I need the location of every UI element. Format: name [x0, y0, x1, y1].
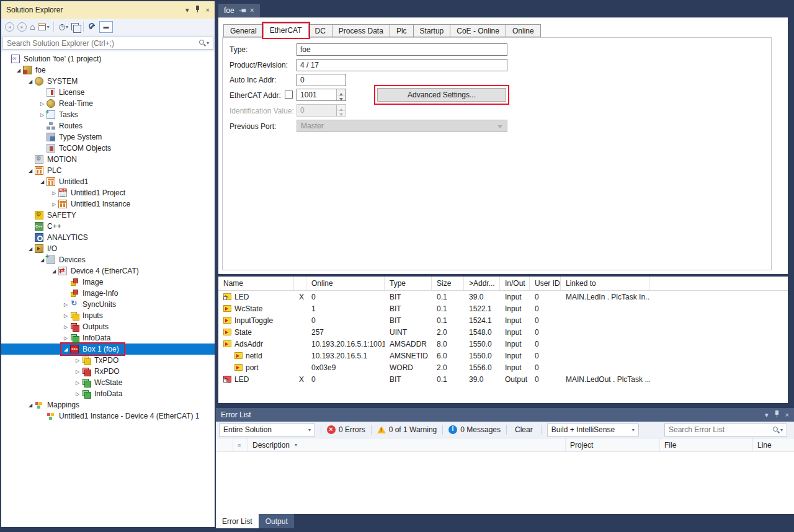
window-position-icon[interactable]: ▾: [185, 6, 189, 14]
tree-item-infodata[interactable]: ▷InfoData: [1, 332, 215, 344]
filter-icon-cell[interactable]: ≡: [233, 438, 248, 451]
expanded-arrow-icon[interactable]: ◢: [26, 402, 35, 408]
home-button[interactable]: ⌂: [30, 22, 35, 31]
expanded-arrow-icon[interactable]: ◢: [61, 347, 70, 352]
error-search-box[interactable]: ▾: [664, 423, 787, 437]
expanded-arrow-icon[interactable]: ◢: [26, 168, 35, 174]
pin-icon[interactable]: [774, 410, 780, 419]
expanded-arrow-icon[interactable]: ◢: [26, 246, 35, 252]
grid-column-header-Type[interactable]: Type: [385, 277, 432, 290]
tree-item-system[interactable]: ◢SYSTEM: [1, 76, 215, 87]
search-box[interactable]: ▾: [2, 37, 213, 50]
tree-item-devices[interactable]: ◢Devices: [1, 254, 215, 265]
tree-item-solution[interactable]: Solution 'foe' (1 project): [1, 53, 215, 64]
tab-general[interactable]: General: [223, 24, 264, 37]
collapse-all-button[interactable]: [71, 23, 79, 30]
tab-coe-online[interactable]: CoE - Online: [450, 24, 506, 37]
grid-column-header-Size[interactable]: Size: [432, 277, 464, 290]
tab-plc[interactable]: Plc: [390, 24, 414, 37]
tab-ethercat[interactable]: EtherCAT: [263, 23, 309, 38]
tree-item-untitled1[interactable]: ◢Untitled1: [1, 176, 215, 187]
warnings-filter-button[interactable]: 0 of 1 Warning: [377, 425, 437, 434]
grid-row-adsaddr[interactable]: AdsAddr10.193.20.16.5.1:1001AMSADDR8.015…: [218, 338, 788, 350]
auto-inc-addr-field[interactable]: [297, 74, 346, 86]
tab-online[interactable]: Online: [506, 24, 541, 37]
preview-selected-items-toggle[interactable]: ▬: [99, 21, 113, 33]
tree-item-tccom-objects[interactable]: TcCOM Objects: [1, 143, 215, 154]
errors-filter-button[interactable]: 0 Errors: [327, 425, 365, 434]
collapsed-arrow-icon[interactable]: ▷: [61, 324, 70, 330]
expanded-arrow-icon[interactable]: ◢: [14, 68, 23, 73]
tree-item-outputs[interactable]: ▷Outputs: [1, 321, 215, 332]
tree-item-untitled1-instance-device-4[interactable]: Untitled1 Instance - Device 4 (EtherCAT)…: [1, 410, 215, 422]
ethercat-addr-stepper[interactable]: [297, 89, 346, 101]
grid-column-header-flag[interactable]: [294, 277, 306, 290]
collapsed-arrow-icon[interactable]: ▷: [50, 202, 58, 207]
pin-icon[interactable]: [195, 6, 200, 14]
tree-item-image[interactable]: Image: [1, 277, 215, 288]
tree-item-foe[interactable]: ◢foe: [1, 64, 215, 76]
tree-item-tasks[interactable]: ▷Tasks: [1, 109, 215, 120]
spin-up-icon[interactable]: [337, 89, 346, 95]
grid-row-state[interactable]: State257UINT2.01548.0Input0: [218, 326, 788, 338]
tree-item-syncunits[interactable]: ▷SyncUnits: [1, 299, 215, 310]
grid-row-wcstate[interactable]: WcState1BIT0.11522.1Input0: [218, 303, 788, 314]
tree-item-routes[interactable]: Routes: [1, 120, 215, 131]
tab-startup[interactable]: Startup: [413, 24, 451, 37]
tab-process-data[interactable]: Process Data: [332, 24, 390, 37]
grid-column-header-Name[interactable]: Name: [218, 277, 294, 290]
expanded-arrow-icon[interactable]: ◢: [50, 268, 58, 274]
pending-changes-button[interactable]: ◷▾: [58, 23, 68, 30]
product-revision-field[interactable]: [297, 59, 507, 71]
tree-item-motion[interactable]: MOTION: [1, 154, 215, 165]
grid-row-port[interactable]: port0x03e9WORD2.01556.0Input0: [218, 361, 788, 373]
scope-filter-dropdown[interactable]: Entire Solution ▾: [219, 423, 315, 437]
bottom-tab-error-list[interactable]: Error List: [216, 514, 259, 528]
grid-row-inputtoggle[interactable]: InputToggle0BIT0.11524.1Input0: [218, 314, 788, 326]
grid-column-header-Online[interactable]: Online: [306, 277, 385, 290]
description-column-header[interactable]: Description ▾: [248, 438, 566, 451]
collapsed-arrow-icon[interactable]: ▷: [38, 101, 47, 107]
collapsed-arrow-icon[interactable]: ▷: [73, 369, 82, 375]
type-field[interactable]: [297, 43, 507, 56]
back-button[interactable]: ◂: [5, 22, 14, 32]
tree-item-image-info[interactable]: Image-Info: [1, 288, 215, 299]
clear-button[interactable]: Clear: [512, 425, 535, 434]
tree-item-real-time[interactable]: ▷Real-Time: [1, 98, 215, 109]
grid-column-header-Linked to[interactable]: Linked to: [561, 277, 650, 290]
expanded-arrow-icon[interactable]: ◢: [26, 79, 35, 84]
grid-column-header->Addr...[interactable]: >Addr...: [464, 277, 500, 290]
collapsed-arrow-icon[interactable]: ▷: [50, 190, 58, 196]
tree-item-untitled1-instance[interactable]: ▷Untitled1 Instance: [1, 198, 215, 210]
tree-item-box-1-foe[interactable]: ◢Box 1 (foe): [1, 344, 215, 355]
tree-item-cpp[interactable]: C++: [1, 221, 215, 232]
close-icon[interactable]: ×: [785, 411, 789, 419]
tree-item-txpdo[interactable]: ▷TxPDO: [1, 355, 215, 366]
forward-button[interactable]: ▸: [17, 22, 27, 32]
tree-item-license[interactable]: License: [1, 87, 215, 98]
spin-down-icon[interactable]: [337, 95, 346, 101]
tree-item-rxpdo[interactable]: ▷RxPDO: [1, 366, 215, 377]
search-input[interactable]: [7, 39, 198, 48]
tree-item-untitled1-project[interactable]: ▷Untitled1 Project: [1, 187, 215, 198]
tree-item-analytics[interactable]: ANALYTICS: [1, 232, 215, 243]
close-icon[interactable]: ×: [206, 6, 210, 14]
tree-item-plc[interactable]: ◢PLC: [1, 165, 215, 176]
tree-item-device-4-ethercat[interactable]: ◢Device 4 (EtherCAT): [1, 265, 215, 277]
expanded-arrow-icon[interactable]: ◢: [38, 179, 47, 185]
tree-item-type-system[interactable]: Type System: [1, 131, 215, 143]
collapsed-arrow-icon[interactable]: ▷: [61, 302, 70, 308]
collapsed-arrow-icon[interactable]: ▷: [61, 335, 70, 341]
ethercat-addr-checkbox[interactable]: [285, 91, 293, 99]
collapsed-arrow-icon[interactable]: ▷: [73, 380, 82, 386]
tree-item-infodata2[interactable]: ▷InfoData: [1, 388, 215, 399]
file-column-header[interactable]: File: [660, 438, 753, 451]
severity-column-header[interactable]: [216, 438, 233, 451]
tree-item-inputs[interactable]: ▷Inputs: [1, 310, 215, 321]
advanced-settings-button[interactable]: Advanced Settings...: [377, 88, 506, 102]
build-filter-dropdown[interactable]: Build + IntelliSense ▾: [547, 423, 639, 437]
line-column-header[interactable]: Line: [753, 438, 780, 451]
grid-column-header-User ID[interactable]: User ID: [530, 277, 561, 290]
project-column-header[interactable]: Project: [566, 438, 660, 451]
close-icon[interactable]: ×: [250, 7, 254, 14]
